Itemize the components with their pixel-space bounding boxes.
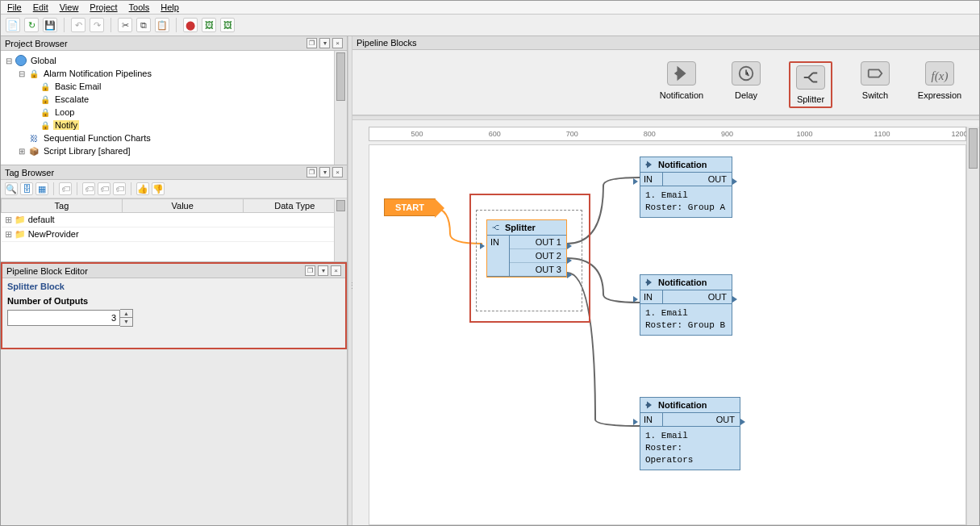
palette-switch[interactable]: Switch bbox=[853, 61, 897, 108]
project-browser-header: Project Browser ❐ ▾ × bbox=[1, 36, 347, 51]
menu-file[interactable]: File bbox=[7, 2, 22, 12]
palette-notification[interactable]: Notification bbox=[660, 61, 703, 108]
restore-icon[interactable]: ❐ bbox=[307, 38, 317, 48]
pin-icon[interactable]: ▾ bbox=[319, 167, 330, 177]
splitter-icon bbox=[796, 65, 825, 90]
expression-icon: f(x) bbox=[925, 61, 954, 86]
tag-table[interactable]: Tag Value Data Type ⊞ 📁 default ⊞ 📁 NewP… bbox=[1, 198, 347, 261]
paste-icon[interactable]: 📋 bbox=[155, 18, 169, 32]
spinner-up-icon[interactable]: ▲ bbox=[120, 310, 132, 318]
palette-expression[interactable]: f(x) Expression bbox=[918, 61, 961, 108]
restore-icon[interactable]: ❐ bbox=[305, 265, 315, 276]
port-out3[interactable] bbox=[567, 272, 573, 278]
close-icon[interactable]: × bbox=[331, 265, 341, 276]
pin-icon[interactable]: ▾ bbox=[318, 265, 328, 276]
port-out2[interactable] bbox=[567, 257, 573, 264]
notification-node-c[interactable]: Notification INOUT 1. EmailRoster: Opera… bbox=[640, 397, 740, 470]
refresh-icon[interactable]: ↻ bbox=[24, 18, 39, 32]
tree-item-escalate[interactable]: Escalate bbox=[53, 94, 90, 104]
editor-header: Pipeline Block Editor ❐ ▾ × bbox=[2, 264, 345, 278]
clock-icon bbox=[732, 61, 761, 86]
redo-icon[interactable]: ↷ bbox=[90, 18, 104, 32]
opc2-icon[interactable]: 🏷 bbox=[98, 182, 111, 195]
notification-icon bbox=[667, 61, 696, 86]
spinner-down-icon[interactable]: ▼ bbox=[120, 318, 132, 326]
block-palette: Notification Delay Splitter Switch f(x) … bbox=[352, 50, 979, 115]
grid-icon[interactable]: ▦ bbox=[35, 182, 48, 195]
restore-icon[interactable]: ❐ bbox=[307, 167, 317, 177]
menu-edit[interactable]: Edit bbox=[33, 2, 48, 12]
thumb-down-icon[interactable]: 👎 bbox=[152, 182, 165, 195]
splitter-node[interactable]: Splitter IN OUT 1 OUT 2 OUT 3 bbox=[486, 219, 567, 278]
image1-icon[interactable]: 🖼 bbox=[202, 18, 216, 32]
menu-view[interactable]: View bbox=[60, 2, 79, 12]
switch-icon bbox=[861, 61, 890, 86]
outputs-input[interactable] bbox=[7, 310, 120, 326]
tag-browser-toolbar: 🔍 🗄 ▦ 🏷 🏷 🏷 🏷 👍 👎 bbox=[1, 180, 347, 198]
port-out[interactable] bbox=[740, 419, 747, 425]
port-in[interactable] bbox=[633, 296, 640, 303]
palette-delay[interactable]: Delay bbox=[724, 61, 768, 108]
stop-icon[interactable]: ⬤ bbox=[183, 18, 198, 32]
tag-browser-header: Tag Browser ❐ ▾ × bbox=[1, 165, 347, 180]
ruler: 500 600 700 800 900 1000 1100 1200 bbox=[369, 127, 966, 141]
menu-project[interactable]: Project bbox=[90, 2, 117, 12]
project-tree[interactable]: ⊟Global ⊟🔒Alarm Notification Pipelines 🔒… bbox=[1, 51, 347, 165]
table-row: ⊞ 📁 default bbox=[2, 213, 347, 228]
outputs-spinner: ▲ ▼ bbox=[7, 309, 340, 327]
tree-item-loop[interactable]: Loop bbox=[53, 107, 76, 117]
project-browser-scrollbar[interactable] bbox=[334, 51, 347, 165]
editor-subtitle: Splitter Block bbox=[7, 282, 340, 291]
notification-node-b[interactable]: Notification INOUT 1. EmailRoster: Group… bbox=[640, 274, 732, 336]
close-icon[interactable]: × bbox=[332, 167, 343, 177]
tag-add-icon[interactable]: 🏷 bbox=[59, 182, 72, 195]
port-out1[interactable] bbox=[567, 243, 573, 249]
pipeline-blocks-header: Pipeline Blocks bbox=[352, 36, 979, 50]
new-icon[interactable]: 📄 bbox=[6, 18, 20, 32]
tag-scrollbar[interactable] bbox=[334, 198, 347, 261]
port-in[interactable] bbox=[480, 243, 486, 249]
save-icon[interactable]: 💾 bbox=[43, 18, 57, 32]
tag3-icon[interactable]: 🏷 bbox=[113, 182, 126, 195]
undo-icon[interactable]: ↶ bbox=[71, 18, 85, 32]
tree-item-notify[interactable]: Notify bbox=[53, 120, 79, 130]
notification-node-a[interactable]: Notification INOUT 1. EmailRoster: Group… bbox=[640, 157, 732, 218]
opc-icon[interactable]: 🏷 bbox=[82, 182, 95, 195]
port-in[interactable] bbox=[633, 178, 640, 185]
copy-icon[interactable]: ⧉ bbox=[136, 18, 151, 32]
db-icon[interactable]: 🗄 bbox=[20, 182, 33, 195]
thumb-up-icon[interactable]: 👍 bbox=[136, 182, 149, 195]
cut-icon[interactable]: ✂ bbox=[118, 18, 132, 32]
image2-icon[interactable]: 🖼 bbox=[220, 18, 235, 32]
port-out[interactable] bbox=[732, 296, 739, 303]
menu-help[interactable]: Help bbox=[161, 2, 179, 12]
table-row: ⊞ 📁 NewProvider bbox=[2, 228, 347, 242]
menu-bar: File Edit View Project Tools Help bbox=[1, 1, 979, 15]
start-block[interactable]: START bbox=[384, 198, 436, 216]
tree-item-basic-email[interactable]: Basic Email bbox=[53, 81, 102, 91]
menu-tools[interactable]: Tools bbox=[129, 2, 150, 12]
main-toolbar: 📄 ↻ 💾 ↶ ↷ ✂ ⧉ 📋 ⬤ 🖼 🖼 bbox=[1, 15, 979, 36]
pipeline-canvas[interactable]: START Splitter IN OUT 1 OUT 2 OUT 3 bbox=[369, 144, 966, 525]
canvas-scrollbar[interactable] bbox=[966, 127, 979, 525]
close-icon[interactable]: × bbox=[332, 38, 343, 48]
find-icon[interactable]: 🔍 bbox=[5, 182, 18, 195]
pin-icon[interactable]: ▾ bbox=[319, 38, 330, 48]
palette-splitter[interactable]: Splitter bbox=[789, 61, 832, 108]
port-out[interactable] bbox=[732, 178, 739, 185]
port-in[interactable] bbox=[633, 419, 640, 425]
